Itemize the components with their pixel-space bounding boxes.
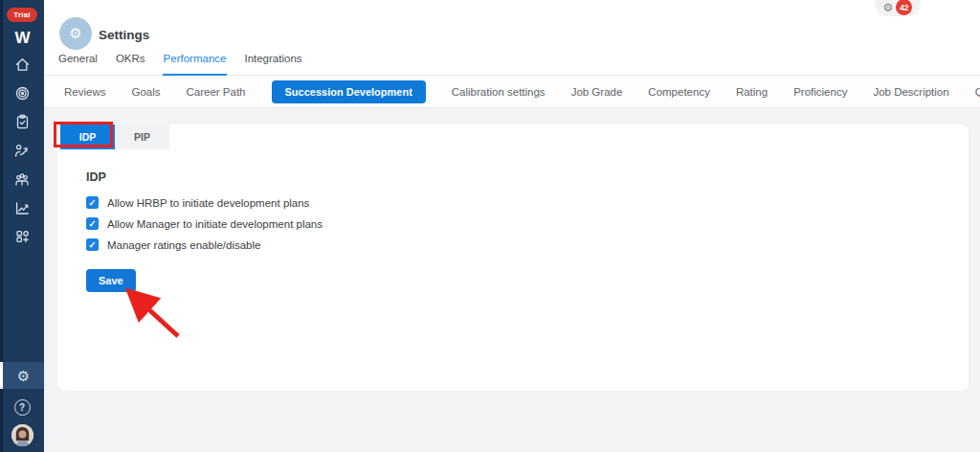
tab-performance[interactable]: Performance	[163, 53, 228, 76]
home-icon	[14, 56, 31, 77]
subtab-job-grade[interactable]: Job Grade	[571, 86, 623, 98]
sidebar-item-goals[interactable]	[0, 86, 44, 104]
sidebar-item-settings[interactable]: ⚙	[0, 362, 44, 389]
gear-icon[interactable]: ⚙	[883, 1, 894, 15]
app-logo: W	[14, 29, 29, 48]
subtab-calibration-settings[interactable]: Calibration settings	[452, 86, 546, 98]
sidebar-bottom: ⚙ ?	[0, 362, 44, 452]
setting-row-manager-initiate: Allow Manager to initiate development pl…	[86, 217, 323, 230]
settings-page-icon: ⚙	[59, 17, 92, 50]
checkbox-allow-manager[interactable]	[86, 217, 99, 230]
sidebar-item-performance[interactable]	[0, 144, 44, 162]
tab-pip[interactable]: PIP	[115, 124, 169, 149]
topbar-notifications: ⚙ 42	[875, 0, 921, 16]
subtab-proficiency[interactable]: Proficiency	[793, 86, 847, 98]
page-title: Settings	[99, 28, 149, 42]
tab-okrs[interactable]: OKRs	[115, 53, 146, 76]
save-button[interactable]: Save	[86, 269, 136, 292]
performance-subtabs: Reviews Goals Career Path Succession Dev…	[44, 76, 980, 108]
subtab-competency[interactable]: Competency	[648, 86, 710, 98]
sidebar-item-apps[interactable]	[0, 230, 44, 248]
notification-badge[interactable]: 42	[896, 0, 912, 15]
subtab-questionnaire[interactable]: Questionnaire	[975, 86, 980, 98]
target-icon	[14, 85, 31, 105]
succession-development-panel: IDP PIP IDP Allow HRBP to initiate devel…	[57, 124, 969, 391]
subtab-career-path[interactable]: Career Path	[187, 86, 246, 98]
idp-settings-list: Allow HRBP to initiate development plans…	[86, 196, 323, 251]
subtab-succession-development[interactable]: Succession Development	[272, 80, 426, 103]
tab-general[interactable]: General	[57, 53, 99, 76]
checkbox-label: Allow Manager to initiate development pl…	[107, 218, 323, 230]
sidebar-item-home[interactable]	[0, 57, 44, 76]
settings-tabs: General OKRs Performance Integrations	[57, 53, 303, 76]
line-chart-icon	[14, 200, 31, 220]
gear-icon: ⚙	[17, 369, 30, 383]
gear-icon: ⚙	[69, 25, 81, 42]
tab-integrations[interactable]: Integrations	[243, 53, 302, 76]
avatar-image	[11, 424, 33, 446]
sidebar-nav	[0, 57, 44, 248]
checkbox-manager-ratings[interactable]	[86, 238, 99, 251]
subtab-job-description[interactable]: Job Description	[873, 86, 948, 98]
checkbox-label: Allow HRBP to initiate development plans	[107, 197, 309, 209]
grid-plus-icon	[14, 229, 31, 249]
user-avatar[interactable]	[11, 424, 33, 446]
tab-idp[interactable]: IDP	[60, 124, 115, 149]
sidebar-item-analytics[interactable]	[0, 201, 44, 219]
help-icon[interactable]: ?	[14, 399, 31, 416]
idp-pip-tabs: IDP PIP	[60, 124, 169, 149]
subtab-rating[interactable]: Rating	[736, 86, 768, 98]
idp-section-title: IDP	[86, 170, 106, 184]
people-group-icon	[13, 171, 31, 192]
setting-row-manager-ratings: Manager ratings enable/disable	[86, 238, 323, 251]
checkbox-label: Manager ratings enable/disable	[107, 239, 260, 251]
person-growth-icon	[13, 143, 31, 163]
trial-badge: Trial	[7, 8, 36, 22]
checkbox-allow-hrbp[interactable]	[86, 196, 99, 209]
setting-row-hrbp: Allow HRBP to initiate development plans	[86, 196, 323, 209]
subtab-reviews[interactable]: Reviews	[64, 86, 105, 98]
main-area: ⚙ Settings General OKRs Performance Inte…	[44, 0, 980, 452]
sidebar-item-teams[interactable]	[0, 172, 44, 191]
subtab-goals[interactable]: Goals	[131, 86, 160, 98]
content-area: IDP PIP IDP Allow HRBP to initiate devel…	[44, 109, 980, 452]
sidebar: Trial W ⚙ ?	[0, 0, 44, 452]
sidebar-item-tasks[interactable]	[0, 115, 44, 133]
clipboard-check-icon	[14, 114, 31, 134]
page-header: ⚙ Settings General OKRs Performance Inte…	[44, 0, 980, 76]
